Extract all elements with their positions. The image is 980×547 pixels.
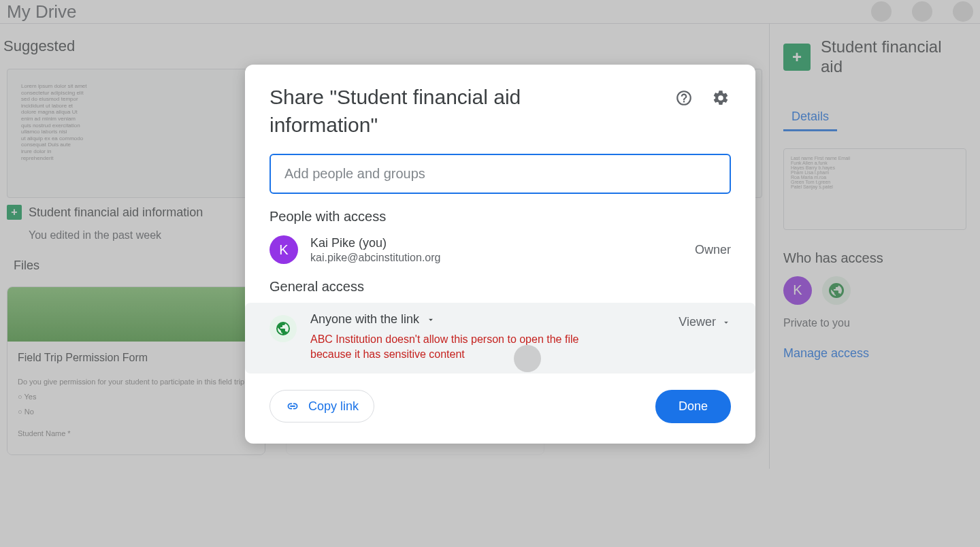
globe-icon bbox=[270, 315, 297, 342]
gear-icon bbox=[712, 89, 730, 107]
permission-dropdown[interactable]: Viewer bbox=[679, 315, 731, 329]
user-avatar: K bbox=[270, 235, 298, 264]
permission-label: Viewer bbox=[679, 315, 716, 329]
chevron-down-icon bbox=[721, 318, 731, 327]
access-warning: ABC Institution doesn't allow this perso… bbox=[310, 332, 610, 363]
help-icon bbox=[675, 89, 693, 107]
copy-link-label: Copy link bbox=[308, 399, 359, 414]
link-scope-dropdown[interactable]: Anyone with the link bbox=[310, 312, 610, 327]
person-name: Kai Pike (you) bbox=[310, 236, 440, 250]
settings-button[interactable] bbox=[710, 88, 731, 108]
chevron-down-icon bbox=[426, 315, 436, 325]
person-role: Owner bbox=[695, 243, 731, 257]
general-access-row: Anyone with the link ABC Institution doe… bbox=[245, 303, 755, 374]
help-button[interactable] bbox=[674, 88, 694, 108]
person-email: kai.pike@abcinstitution.org bbox=[310, 252, 440, 264]
copy-link-button[interactable]: Copy link bbox=[270, 390, 374, 422]
share-dialog: Share "Student financial aid information… bbox=[245, 65, 755, 444]
people-with-access-label: People with access bbox=[270, 209, 731, 225]
add-people-input[interactable] bbox=[270, 154, 731, 194]
dialog-title: Share "Student financial aid information… bbox=[270, 84, 610, 139]
general-access-label: General access bbox=[270, 279, 731, 295]
link-icon bbox=[285, 399, 300, 414]
done-button[interactable]: Done bbox=[655, 390, 731, 423]
person-row: K Kai Pike (you) kai.pike@abcinstitution… bbox=[270, 235, 731, 264]
link-scope-label: Anyone with the link bbox=[310, 312, 419, 327]
